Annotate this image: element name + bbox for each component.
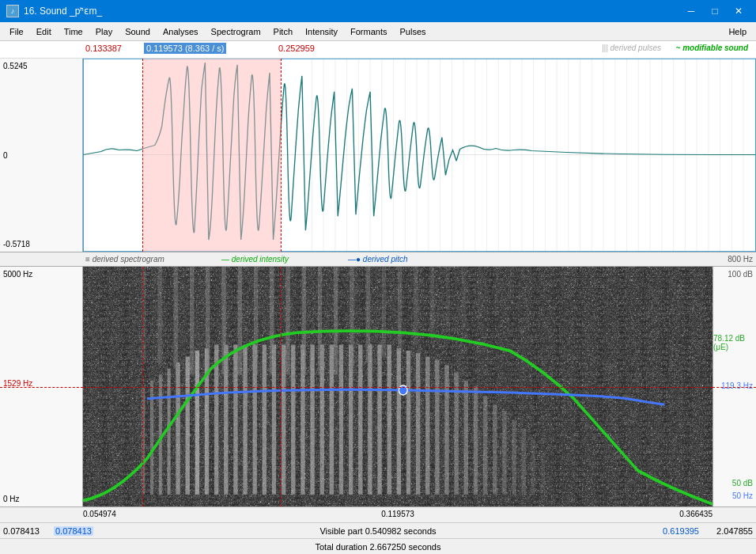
spec-legend-intensity: — derived intensity	[221, 255, 289, 264]
status-right-blue: 0.619395	[663, 526, 699, 536]
main-area: 0.133387 0.119573 (8.363 / s) 0.252959 |…	[0, 41, 756, 554]
time-left-label: 0.133387	[85, 44, 122, 53]
waveform-panel[interactable]: 0.5245 0 -0.5718	[0, 59, 756, 252]
spec-mid-freq-line-left	[0, 387, 83, 388]
wave-y-axis: 0.5245 0 -0.5718	[0, 59, 83, 252]
menu-pulses[interactable]: Pulses	[394, 22, 433, 40]
status-right-value: 2.047855	[716, 526, 753, 536]
spec-db-mid: 78.12 dB (μE)	[713, 334, 753, 351]
spectrogram-canvas[interactable]	[83, 267, 713, 507]
time-ruler-label-1: 0.054974	[83, 510, 116, 518]
time-ruler-labels: 0.054974 0.119573 0.366435	[83, 510, 713, 518]
time-center-label: 0.119573 (8.363 / s)	[144, 43, 226, 54]
status-total-duration: Total duration 2.667250 seconds	[315, 542, 440, 552]
time-right-label: 0.252959	[278, 44, 315, 53]
menu-spectrogram[interactable]: Spectrogram	[205, 22, 267, 40]
menu-formants[interactable]: Formants	[344, 22, 393, 40]
legend-modifiable-sound: ~ modifiable sound	[676, 44, 748, 52]
menu-pitch[interactable]: Pitch	[267, 22, 299, 40]
window-title: 16. Sound _pʰɛm_	[24, 6, 102, 17]
spec-hz-bottom: 50 Hz	[732, 491, 753, 500]
time-ruler: 0.054974 0.119573 0.366435	[0, 507, 756, 522]
spec-y-axis-left: 5000 Hz 1529 Hz 0 Hz	[0, 267, 83, 507]
menu-intensity[interactable]: Intensity	[299, 22, 344, 40]
selection-right-marker	[281, 59, 282, 252]
waveform-canvas[interactable]	[83, 59, 756, 252]
spec-db-top: 100 dB	[728, 270, 753, 279]
menu-sound[interactable]: Sound	[119, 22, 157, 40]
spec-hz-right: 800 Hz	[728, 255, 753, 264]
spectrogram-panel[interactable]: 5000 Hz 1529 Hz 0 Hz	[0, 267, 756, 507]
wave-zero-value: 0	[3, 151, 8, 160]
selection-left-marker	[142, 59, 143, 252]
status-bar-1: 0.078413 0.078413 Visible part 0.540982 …	[0, 522, 756, 538]
spec-db-bottom: 50 dB	[732, 479, 753, 488]
maximize-button[interactable]: □	[704, 0, 726, 22]
spec-mid-line-right	[713, 387, 756, 388]
spec-mid-freq-line	[83, 387, 713, 388]
time-ruler-label-2: 0.119573	[381, 510, 414, 518]
status-left-blue: 0.078413	[54, 526, 93, 536]
spec-legend-row: ≡ derived spectrogram — derived intensit…	[0, 252, 756, 267]
app-icon: ♪	[6, 5, 19, 17]
wave-bottom-value: -0.5718	[3, 240, 30, 249]
status-bar-2: Total duration 2.667250 seconds	[0, 538, 756, 554]
menu-edit[interactable]: Edit	[30, 22, 58, 40]
spec-legend-spectrogram: ≡ derived spectrogram	[85, 255, 164, 264]
menu-play[interactable]: Play	[89, 22, 119, 40]
spec-freq-bottom: 0 Hz	[3, 495, 20, 503]
spec-y-axis-right: 100 dB 78.12 dB (μE) 119.3 Hz 50 dB 50 H…	[713, 267, 756, 507]
window-controls: ─ □ ✕	[680, 0, 750, 22]
time-ruler-label-3: 0.366435	[679, 510, 713, 518]
spec-legend-pitch: —● derived pitch	[348, 255, 408, 264]
menu-help[interactable]: Help	[722, 22, 753, 40]
menubar: File Edit Time Play Sound Analyses Spect…	[0, 22, 756, 41]
menu-time[interactable]: Time	[58, 22, 89, 40]
close-button[interactable]: ✕	[728, 0, 750, 22]
legend-derived-pulses: ||| derived pulses	[602, 44, 661, 52]
status-left-value: 0.078413	[3, 526, 40, 536]
spec-freq-top: 5000 Hz	[3, 270, 32, 279]
selection-highlight	[142, 59, 281, 252]
status-visible-part: Visible part 0.540982 seconds	[319, 526, 436, 536]
titlebar: ♪ 16. Sound _pʰɛm_ ─ □ ✕	[0, 0, 756, 22]
menu-analyses[interactable]: Analyses	[157, 22, 205, 40]
menu-file[interactable]: File	[3, 22, 30, 40]
time-labels-row: 0.133387 0.119573 (8.363 / s) 0.252959 |…	[0, 41, 756, 59]
wave-top-value: 0.5245	[3, 62, 28, 70]
minimize-button[interactable]: ─	[680, 0, 702, 22]
